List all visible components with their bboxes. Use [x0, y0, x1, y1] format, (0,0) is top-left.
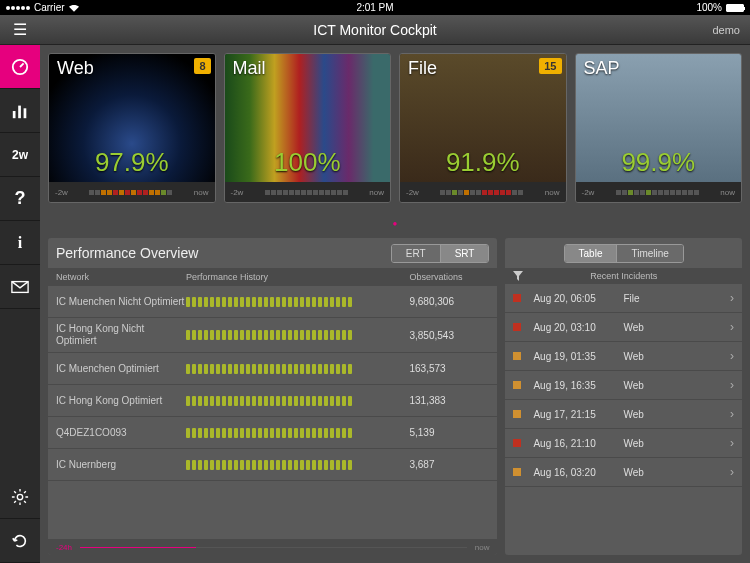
battery-pct: 100%	[696, 2, 722, 13]
incident-time: Aug 17, 21:15	[533, 409, 623, 420]
table-row[interactable]: IC Hong Kong Optimiert131,383	[48, 385, 497, 417]
incident-row[interactable]: Aug 19, 16:35Web›	[505, 371, 742, 400]
wifi-icon	[69, 4, 79, 12]
incident-row[interactable]: Aug 16, 21:10Web›	[505, 429, 742, 458]
incident-type: Web	[623, 380, 730, 391]
incident-row[interactable]: Aug 17, 21:15Web›	[505, 400, 742, 429]
incident-type: Web	[623, 467, 730, 478]
tile-mail[interactable]: Mail 100% -2w now	[224, 53, 392, 203]
observations-count: 3,687	[409, 459, 489, 470]
observations-count: 5,139	[409, 427, 489, 438]
carrier-label: Carrier	[34, 2, 65, 13]
perf-bars	[186, 364, 409, 374]
chevron-right-icon: ›	[730, 291, 734, 305]
incident-time: Aug 16, 03:20	[533, 467, 623, 478]
chevron-right-icon: ›	[730, 320, 734, 334]
ert-srt-toggle: ERT SRT	[391, 244, 490, 263]
incident-row[interactable]: Aug 19, 01:35Web›	[505, 342, 742, 371]
sidebar-mail[interactable]	[0, 265, 40, 309]
table-tab[interactable]: Table	[565, 245, 617, 262]
table-row[interactable]: IC Muenchen Optimiert163,573	[48, 353, 497, 385]
service-tiles: Web 8 97.9% -2w now Mail 100%	[48, 53, 742, 203]
table-row[interactable]: IC Nuernberg3,687	[48, 449, 497, 481]
gauge-icon	[11, 58, 29, 76]
sidebar-stats[interactable]	[0, 89, 40, 133]
severity-icon	[513, 381, 521, 389]
svg-rect-3	[24, 108, 27, 118]
severity-icon	[513, 439, 521, 447]
app-header: ☰ ICT Monitor Cockpit demo	[0, 15, 750, 45]
availability-pct: 91.9%	[446, 147, 520, 178]
network-name: IC Hong Kong Optimiert	[56, 395, 186, 407]
clock: 2:01 PM	[356, 2, 393, 13]
availability-pct: 99.9%	[621, 147, 695, 178]
severity-icon	[513, 294, 521, 302]
chevron-right-icon: ›	[730, 407, 734, 421]
perf-bars	[186, 460, 409, 470]
menu-button[interactable]: ☰	[0, 20, 40, 39]
availability-pct: 97.9%	[95, 147, 169, 178]
tile-title: Mail	[233, 58, 383, 79]
sidebar-info[interactable]: i	[0, 221, 40, 265]
incident-row[interactable]: Aug 20, 03:10Web›	[505, 313, 742, 342]
tile-title: Web	[57, 58, 207, 79]
sidebar-dashboard[interactable]	[0, 45, 40, 89]
user-label[interactable]: demo	[712, 24, 740, 36]
observations-count: 9,680,306	[409, 296, 489, 307]
table-row[interactable]: Q4DEZ1CO0935,139	[48, 417, 497, 449]
heat-strip	[265, 190, 348, 195]
sidebar-period[interactable]: 2w	[0, 133, 40, 177]
severity-icon	[513, 352, 521, 360]
svg-point-5	[17, 494, 22, 499]
incident-row[interactable]: Aug 16, 03:20Web›	[505, 458, 742, 487]
chevron-right-icon: ›	[730, 378, 734, 392]
incident-type: Web	[623, 438, 730, 449]
incident-time: Aug 19, 01:35	[533, 351, 623, 362]
sidebar-help[interactable]: ?	[0, 177, 40, 221]
incident-type: Web	[623, 322, 730, 333]
ert-button[interactable]: ERT	[392, 245, 440, 262]
sidebar-settings[interactable]	[0, 475, 40, 519]
chevron-right-icon: ›	[730, 349, 734, 363]
severity-icon	[513, 410, 521, 418]
tile-web[interactable]: Web 8 97.9% -2w now	[48, 53, 216, 203]
perf-bars	[186, 330, 409, 340]
tile-sap[interactable]: SAP 99.9% -2w now	[575, 53, 743, 203]
tile-title: SAP	[584, 58, 734, 79]
incident-time: Aug 20, 06:05	[533, 293, 623, 304]
performance-overview-panel: Performance Overview ERT SRT Network Per…	[48, 238, 497, 555]
perf-bars	[186, 297, 409, 307]
sidebar-refresh[interactable]	[0, 519, 40, 563]
observations-count: 163,573	[409, 363, 489, 374]
tile-title: File	[408, 58, 558, 79]
perf-bars	[186, 396, 409, 406]
battery-icon	[726, 4, 744, 12]
observations-count: 3,850,543	[409, 330, 489, 341]
incident-time: Aug 20, 03:10	[533, 322, 623, 333]
refresh-icon	[11, 532, 29, 550]
perf-bars	[186, 428, 409, 438]
heat-strip	[89, 190, 172, 195]
filter-icon[interactable]	[513, 271, 523, 281]
severity-icon	[513, 468, 521, 476]
envelope-icon	[11, 278, 29, 296]
incident-type: File	[623, 293, 730, 304]
table-row[interactable]: IC Hong Kong Nicht Optimiert3,850,543	[48, 318, 497, 353]
network-name: IC Muenchen Nicht Optimiert	[56, 296, 186, 308]
page-title: ICT Monitor Cockpit	[313, 22, 436, 38]
network-name: IC Hong Kong Nicht Optimiert	[56, 323, 186, 347]
bar-chart-icon	[11, 102, 29, 120]
incident-time: Aug 19, 16:35	[533, 380, 623, 391]
timeline-tab[interactable]: Timeline	[616, 245, 682, 262]
incident-row[interactable]: Aug 20, 06:05File›	[505, 284, 742, 313]
tile-file[interactable]: File 15 91.9% -2w now	[399, 53, 567, 203]
incident-time: Aug 16, 21:10	[533, 438, 623, 449]
network-name: Q4DEZ1CO093	[56, 427, 186, 439]
chevron-right-icon: ›	[730, 436, 734, 450]
srt-button[interactable]: SRT	[440, 245, 489, 262]
table-timeline-toggle: Table Timeline	[564, 244, 684, 263]
table-row[interactable]: IC Muenchen Nicht Optimiert9,680,306	[48, 286, 497, 318]
alert-badge: 15	[539, 58, 561, 74]
sidebar: 2w ? i	[0, 45, 40, 563]
incidents-panel: Table Timeline Recent Incidents Aug 20, …	[505, 238, 742, 555]
